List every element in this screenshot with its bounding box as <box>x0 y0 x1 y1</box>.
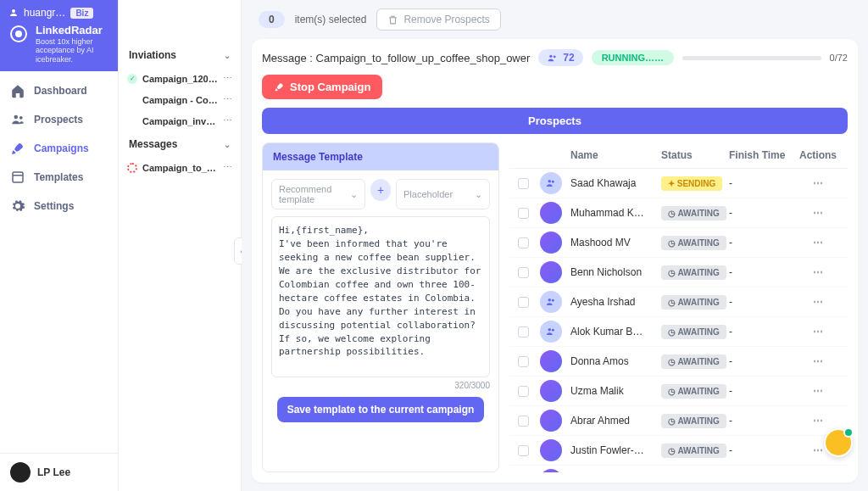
table-header: Name Status Finish Time Actions <box>509 142 848 169</box>
row-checkbox[interactable] <box>518 178 529 189</box>
topbar: 0 item(s) selected Remove Prospects <box>252 8 858 31</box>
campaign-item-1[interactable]: ✓ Campaign_1201_1 ⋯ <box>119 68 241 89</box>
col-actions: Actions <box>797 149 839 161</box>
row-checkbox[interactable] <box>518 237 529 248</box>
row-checkbox[interactable] <box>518 267 529 278</box>
nav-prospects-label: Prospects <box>34 114 83 126</box>
row-name: Donna Amos <box>570 355 661 367</box>
row-actions[interactable]: ⋯ <box>797 326 839 338</box>
table-row[interactable]: Muhammad K…◷ AWAITING-⋯ <box>509 198 848 228</box>
col-name: Name <box>570 149 661 161</box>
table-row[interactable]: Mashood MV◷ AWAITING-⋯ <box>509 228 848 258</box>
campaign-title: Message : Campaign_to_follow_up_coffee_s… <box>262 52 530 64</box>
main: 0 item(s) selected Remove Prospects Mess… <box>242 0 868 491</box>
more-icon[interactable]: ⋯ <box>223 162 232 173</box>
row-name: Mashood MV <box>570 237 661 248</box>
sidebar-footer[interactable]: LP Lee <box>0 453 118 491</box>
recommend-template-select[interactable]: Recommend template ⌄ <box>271 179 365 209</box>
nav-prospects[interactable]: Prospects <box>0 105 118 134</box>
remove-prospects-button[interactable]: Remove Prospects <box>376 8 500 31</box>
chevron-down-icon: ⌄ <box>475 189 482 200</box>
row-actions[interactable]: ⋯ <box>797 237 839 248</box>
row-actions[interactable]: ⋯ <box>797 207 839 219</box>
nav-dashboard[interactable]: Dashboard <box>0 76 118 105</box>
selected-count: 0 <box>259 11 285 28</box>
stop-campaign-label: Stop Campaign <box>290 81 370 93</box>
row-actions[interactable]: ⋯ <box>797 177 839 189</box>
stop-campaign-button[interactable]: Stop Campaign <box>262 75 382 99</box>
avatar <box>540 439 562 461</box>
section-invitations[interactable]: Inviations ⌄ <box>119 42 241 68</box>
status-badge: ◷ AWAITING <box>661 236 726 250</box>
section-messages[interactable]: Messages ⌄ <box>119 131 241 157</box>
row-finish: - <box>729 177 797 189</box>
people-icon <box>545 296 557 308</box>
nav-campaigns-label: Campaigns <box>34 142 89 154</box>
table-row[interactable]: Benn Nicholson◷ AWAITING-⋯ <box>509 258 848 287</box>
more-icon[interactable]: ⋯ <box>223 115 232 126</box>
status-badge: ◷ AWAITING <box>661 354 726 369</box>
row-checkbox[interactable] <box>518 356 529 367</box>
campaign-message-1[interactable]: Campaign_to_fol… ⋯ <box>119 157 241 178</box>
tab-prospects[interactable]: Prospects <box>262 108 848 134</box>
save-template-button[interactable]: Save template to the current campaign <box>277 397 485 422</box>
table-row[interactable]: Abrar Ahmed◷ AWAITING-⋯ <box>509 406 848 436</box>
row-checkbox[interactable] <box>518 326 529 338</box>
more-icon[interactable]: ⋯ <box>223 73 232 84</box>
svg-point-2 <box>16 31 21 36</box>
footer-username: LP Lee <box>37 466 70 478</box>
row-finish: - <box>729 296 797 308</box>
chevron-down-icon: ⌄ <box>224 51 231 60</box>
nav-campaigns[interactable]: Campaigns <box>0 134 118 163</box>
avatar <box>540 202 562 224</box>
row-actions[interactable]: ⋯ <box>797 296 839 308</box>
table-row[interactable]: Justin Fowler-…◷ AWAITING-⋯ <box>509 436 848 466</box>
row-actions[interactable]: ⋯ <box>797 385 839 397</box>
nav-templates[interactable]: Templates <box>0 163 118 192</box>
table-row[interactable]: Ayesha Irshad◷ AWAITING-⋯ <box>509 287 848 317</box>
svg-point-0 <box>12 9 15 13</box>
svg-point-14 <box>552 329 554 332</box>
chat-fab[interactable] <box>824 428 853 457</box>
rocket-icon <box>10 141 25 156</box>
row-name: Alok Kumar B… <box>570 326 661 338</box>
nav-settings[interactable]: Settings <box>0 192 118 220</box>
campaign-item-2[interactable]: Campaign - Coff… ⋯ <box>119 89 241 110</box>
more-icon[interactable]: ⋯ <box>223 94 232 105</box>
row-actions[interactable]: ⋯ <box>797 355 839 367</box>
row-actions[interactable]: ⋯ <box>797 415 839 427</box>
svg-point-12 <box>552 299 554 302</box>
status-badge: ◷ AWAITING <box>661 444 726 458</box>
table-row[interactable]: KRISHNA, Bh…◷ AWAITING-⋯ <box>509 466 848 472</box>
plan-badge: Biz <box>70 8 93 19</box>
trash-icon <box>387 14 398 25</box>
selected-label: item(s) selected <box>295 14 367 25</box>
row-checkbox[interactable] <box>518 208 529 219</box>
row-name: Abrar Ahmed <box>570 415 661 427</box>
row-checkbox[interactable] <box>518 416 529 427</box>
avatar <box>540 350 562 372</box>
row-checkbox[interactable] <box>518 386 529 397</box>
add-template-button[interactable]: + <box>370 179 391 201</box>
row-finish: - <box>729 266 797 278</box>
campaign-item-3[interactable]: Campaign_invita… ⋯ <box>119 110 241 131</box>
row-finish: - <box>729 207 797 219</box>
col-finish: Finish Time <box>729 149 797 161</box>
row-actions[interactable]: ⋯ <box>797 266 839 278</box>
people-count-pill[interactable]: 72 <box>538 49 582 66</box>
row-finish: - <box>729 326 797 338</box>
chevron-down-icon: ⌄ <box>224 140 231 149</box>
avatar <box>540 232 562 254</box>
table-row[interactable]: Saad Khawaja✦ SENDING-⋯ <box>509 169 848 198</box>
message-body-textarea[interactable] <box>271 216 490 377</box>
placeholder-select[interactable]: Placeholder ⌄ <box>396 179 490 209</box>
svg-point-9 <box>548 180 552 183</box>
table-row[interactable]: Uzma Malik◷ AWAITING-⋯ <box>509 377 848 406</box>
row-checkbox[interactable] <box>518 445 529 456</box>
table-row[interactable]: Donna Amos◷ AWAITING-⋯ <box>509 347 848 377</box>
table-row[interactable]: Alok Kumar B…◷ AWAITING-⋯ <box>509 317 848 347</box>
progress-text: 0/72 <box>830 53 848 63</box>
row-name: Saad Khawaja <box>570 177 661 189</box>
row-checkbox[interactable] <box>518 297 529 308</box>
footer-avatar <box>10 462 31 483</box>
